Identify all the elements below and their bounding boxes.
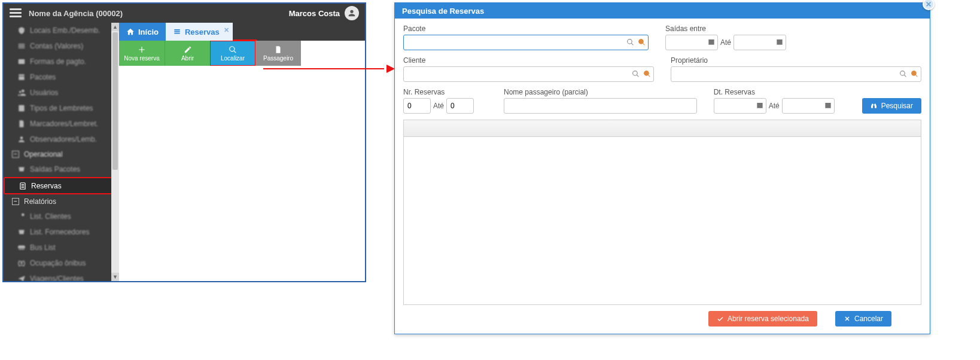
sidebar-item[interactable]: List. Fornecedores (4, 224, 119, 240)
scroll-down-icon[interactable]: ▼ (111, 273, 119, 281)
user-avatar-icon[interactable] (345, 6, 359, 20)
app-body: Locais Emb./Desemb. Contas (Valores) For… (4, 23, 365, 281)
sidebar-item-label: Reservas (31, 182, 62, 190)
scroll-thumb[interactable] (112, 32, 118, 170)
abrir-button[interactable]: Abrir (165, 41, 210, 66)
pacote-lookup (403, 35, 649, 50)
sidebar-item[interactable]: List. Clientes (4, 209, 119, 224)
dt-reservas-label: Dt. Reservas (714, 88, 845, 96)
saidas-de-date (665, 35, 718, 50)
passageiro-button[interactable]: Passageiro (255, 41, 301, 66)
tab-reservas[interactable]: Reservas ✕ (166, 23, 233, 41)
check-icon (717, 315, 724, 322)
sidebar-item-label: Usuários (30, 89, 58, 97)
sidebar-group-label: Operacional (24, 150, 63, 158)
sidebar-item-saidas-pacotes[interactable]: Saídas Pacotes (4, 161, 119, 177)
sidebar-group-relatorios[interactable]: −Relatórios (4, 194, 119, 209)
zoom-icon[interactable] (642, 69, 652, 78)
sidebar-item-label: Ocupação ônibus (30, 259, 86, 267)
calendar-icon[interactable] (707, 38, 716, 46)
tab-inicio[interactable]: Início (119, 23, 166, 41)
proprietario-label: Proprietário (671, 56, 921, 65)
dialog-close-button[interactable] (923, 0, 935, 10)
sidebar-item[interactable]: Bus List (4, 240, 119, 255)
nome-passageiro-input[interactable] (504, 98, 697, 114)
content-area: Início Reservas ✕ Nova reserva Abrir (119, 23, 365, 281)
nova-reserva-button[interactable]: Nova reserva (119, 41, 165, 66)
app-window: Nome da Agência (00002) Marcos Costa Loc… (2, 2, 366, 282)
pencil-icon (184, 45, 192, 54)
pesquisar-button[interactable]: Pesquisar (862, 98, 921, 114)
pesquisa-reservas-dialog: Pesquisa de Reservas Pacote Saídas entre (394, 2, 930, 334)
plus-icon (138, 45, 146, 54)
cliente-input[interactable] (403, 66, 654, 82)
pacote-label: Pacote (403, 25, 649, 33)
tab-close-icon[interactable]: ✕ (224, 26, 229, 34)
binoculars-icon (871, 102, 878, 109)
ate-label: Até (433, 102, 444, 110)
dialog-body: Pacote Saídas entre Até (395, 19, 930, 334)
zoom-icon[interactable] (909, 69, 919, 78)
cliente-lookup (403, 66, 654, 82)
sidebar-item-label: Locais Emb./Desemb. (30, 26, 100, 35)
sidebar-item-label: List. Fornecedores (30, 228, 89, 236)
scroll-up-icon[interactable]: ▲ (111, 23, 119, 31)
tab-label: Reservas (185, 28, 220, 36)
sidebar: Locais Emb./Desemb. Contas (Valores) For… (4, 23, 119, 281)
sidebar-item[interactable]: Usuários (4, 85, 119, 100)
sidebar-item[interactable]: Contas (Valores) (4, 38, 119, 54)
work-area (119, 66, 365, 281)
calendar-icon[interactable] (824, 101, 832, 109)
search-icon[interactable] (898, 69, 908, 78)
sidebar-item[interactable]: Formas de pagto. (4, 54, 119, 69)
app-header: Nome da Agência (00002) Marcos Costa (4, 4, 365, 23)
cancelar-button[interactable]: Cancelar (835, 311, 891, 327)
sidebar-item[interactable]: Marcadores/Lembret. (4, 116, 119, 132)
menu-hamburger-icon[interactable] (10, 8, 22, 18)
sidebar-item-label: Contas (Valores) (30, 42, 83, 50)
zoom-icon[interactable] (637, 37, 646, 47)
tab-label: Início (138, 28, 159, 36)
sidebar-item[interactable]: Locais Emb./Desemb. (4, 23, 119, 38)
sidebar-item[interactable]: Ocupação ônibus (4, 255, 119, 271)
proprietario-lookup (671, 66, 921, 82)
nr-reservas-label: Nr. Reservas (403, 88, 487, 96)
sidebar-group-operacional[interactable]: −Operacional (4, 147, 119, 161)
sidebar-item[interactable]: Tipos de Lembretes (4, 100, 119, 116)
sidebar-group-label: Relatórios (24, 197, 56, 206)
ate-label: Até (720, 38, 731, 47)
proprietario-input[interactable] (671, 66, 921, 82)
svg-rect-1 (19, 105, 24, 112)
sidebar-item[interactable]: Viagens/Clientes (4, 271, 119, 281)
ate-label: Até (769, 102, 780, 110)
sidebar-item-label: Bus List (30, 243, 56, 252)
abrir-reserva-button[interactable]: Abrir reserva selecionada (708, 311, 817, 327)
home-icon (126, 28, 135, 36)
results-grid-body (403, 136, 921, 305)
dialog-title: Pesquisa de Reservas (402, 7, 484, 16)
nome-passageiro-label: Nome passageiro (parcial) (504, 88, 697, 96)
pacote-input[interactable] (403, 35, 649, 50)
button-label: Nova reserva (124, 55, 159, 62)
button-label: Localizar (221, 55, 245, 62)
calendar-icon[interactable] (775, 38, 784, 46)
button-label: Abrir (181, 55, 194, 62)
close-icon (926, 1, 932, 7)
localizar-button[interactable]: Localizar (210, 41, 255, 66)
button-label: Abrir reserva selecionada (728, 315, 809, 323)
nr-de-input[interactable] (403, 98, 431, 114)
calendar-icon[interactable] (756, 101, 764, 109)
saidas-ate-date (734, 35, 786, 50)
list-icon (173, 28, 181, 36)
search-icon[interactable] (625, 37, 635, 47)
sidebar-item-label: Saídas Pacotes (30, 165, 80, 173)
search-icon[interactable] (631, 69, 640, 78)
sidebar-item-reservas[interactable]: Reservas (4, 177, 119, 194)
nr-ate-input[interactable] (446, 98, 474, 114)
dialog-title-bar: Pesquisa de Reservas (395, 3, 930, 19)
sidebar-item[interactable]: Observadores/Lemb. (4, 132, 119, 147)
toolbar: Nova reserva Abrir Localizar Passageiro (119, 41, 365, 66)
sidebar-scrollbar[interactable]: ▲ ▼ (111, 23, 119, 281)
sidebar-item[interactable]: Pacotes (4, 69, 119, 85)
sidebar-item-label: Tipos de Lembretes (30, 104, 93, 112)
